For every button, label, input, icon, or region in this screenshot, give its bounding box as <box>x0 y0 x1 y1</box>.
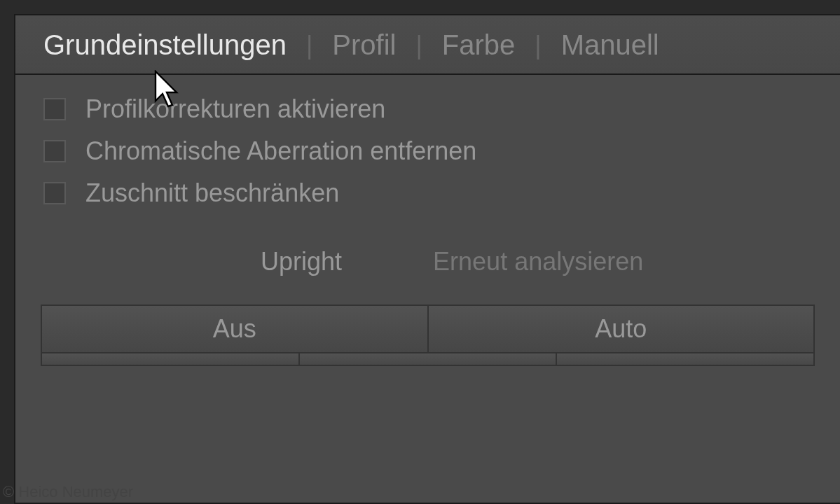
tab-farbe[interactable]: Farbe <box>442 29 516 61</box>
checkbox-row-profile-corrections: Profilkorrekturen aktivieren <box>43 94 812 124</box>
checkbox-row-chromatic-aberration: Chromatische Aberration entfernen <box>43 136 812 166</box>
lens-corrections-panel: Grundeinstellungen | Profil | Farbe | Ma… <box>14 14 840 504</box>
tab-bar: Grundeinstellungen | Profil | Farbe | Ma… <box>15 15 840 75</box>
mode-button-aus[interactable]: Aus <box>42 306 429 352</box>
upright-section: Upright Erneut analysieren <box>15 233 840 284</box>
tab-divider: | <box>415 31 422 60</box>
mode-button-auto[interactable]: Auto <box>429 306 814 352</box>
mode-button-partial[interactable] <box>42 354 300 365</box>
button-row-partial <box>41 354 815 366</box>
checkbox-label[interactable]: Zuschnitt beschränken <box>85 178 339 208</box>
mode-button-partial[interactable] <box>557 354 813 365</box>
tab-grundeinstellungen[interactable]: Grundeinstellungen <box>43 29 287 61</box>
reanalyze-button[interactable]: Erneut analysieren <box>433 247 643 276</box>
tab-divider: | <box>535 31 541 60</box>
checkbox-label[interactable]: Profilkorrekturen aktivieren <box>85 94 385 124</box>
checkbox-row-constrain-crop: Zuschnitt beschränken <box>43 178 812 208</box>
copyright-text: © Heico Neumeyer <box>3 483 133 501</box>
mode-button-partial[interactable] <box>300 354 558 365</box>
tab-divider: | <box>306 31 312 60</box>
upright-label: Upright <box>261 247 342 276</box>
checkbox-constrain-crop[interactable] <box>43 182 66 204</box>
checkbox-label[interactable]: Chromatische Aberration entfernen <box>85 136 476 166</box>
checkbox-chromatic-aberration[interactable] <box>43 140 66 162</box>
tab-manuell[interactable]: Manuell <box>561 29 659 61</box>
checkbox-group: Profilkorrekturen aktivieren Chromatisch… <box>15 75 840 233</box>
tab-profil[interactable]: Profil <box>332 29 396 61</box>
checkbox-profile-corrections[interactable] <box>43 98 66 120</box>
upright-mode-buttons: Aus Auto <box>41 304 815 354</box>
